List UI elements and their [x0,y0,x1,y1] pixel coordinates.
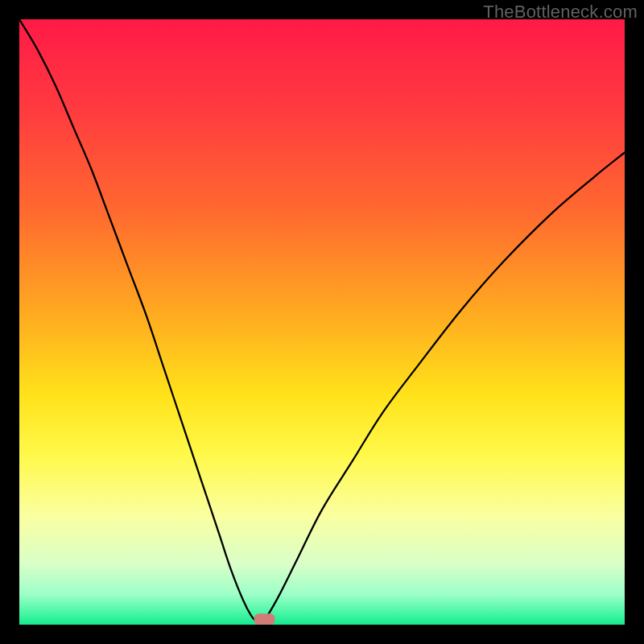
plot-area [19,19,625,625]
chart-frame: TheBottleneck.com [0,0,644,644]
watermark-text: TheBottleneck.com [483,2,638,23]
gradient-background [19,19,625,625]
optimal-marker [254,613,275,625]
chart-svg [19,19,625,625]
